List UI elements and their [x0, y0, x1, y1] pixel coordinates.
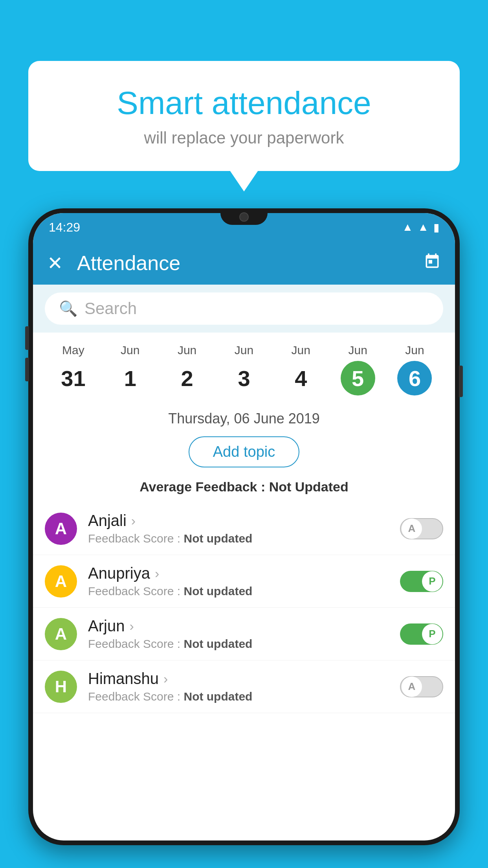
student-name: Himanshu: [88, 670, 159, 688]
student-feedback: Feedback Score : Not updated: [88, 532, 400, 545]
student-info: Himanshu›Feedback Score : Not updated: [88, 670, 400, 703]
phone-frame: 14:29 ▲ ▲ ▮ ✕ Attendance: [28, 208, 460, 845]
add-topic-container: Add topic: [33, 432, 455, 474]
app-bar-title: Attendance: [77, 251, 424, 275]
selected-date-label: Thursday, 06 June 2019: [33, 403, 455, 432]
average-feedback: Average Feedback : Not Updated: [33, 474, 455, 502]
student-item[interactable]: HHimanshu›Feedback Score : Not updatedA: [33, 660, 455, 713]
toggle-wrapper[interactable]: A: [400, 676, 443, 697]
attendance-toggle[interactable]: A: [400, 676, 443, 697]
front-camera: [239, 212, 249, 222]
student-item[interactable]: AArjun›Feedback Score : Not updatedP: [33, 608, 455, 660]
student-item[interactable]: AAnupriya›Feedback Score : Not updatedP: [33, 555, 455, 608]
calendar-day[interactable]: Jun6: [397, 344, 432, 395]
toggle-knob: A: [402, 677, 422, 697]
bubble-subtitle: will replace your paperwork: [52, 129, 436, 147]
attendance-toggle[interactable]: P: [400, 571, 443, 592]
status-icons: ▲ ▲ ▮: [402, 221, 439, 234]
phone-screen: 14:29 ▲ ▲ ▮ ✕ Attendance: [33, 213, 455, 840]
calendar-day[interactable]: Jun5: [341, 344, 375, 395]
bubble-title: Smart attendance: [52, 85, 436, 121]
student-info: Anupriya›Feedback Score : Not updated: [88, 565, 400, 598]
volume-down-button[interactable]: [25, 358, 29, 381]
student-feedback: Feedback Score : Not updated: [88, 585, 400, 598]
student-avatar: A: [45, 513, 77, 545]
search-bar[interactable]: 🔍 Search: [45, 292, 443, 325]
student-info: Anjali›Feedback Score : Not updated: [88, 512, 400, 545]
calendar-day[interactable]: Jun3: [227, 344, 261, 395]
phone-wrapper: 14:29 ▲ ▲ ▮ ✕ Attendance: [28, 208, 460, 868]
calendar-day[interactable]: May31: [56, 344, 90, 395]
status-time: 14:29: [49, 220, 80, 235]
cal-month-label: Jun: [348, 344, 367, 357]
attendance-toggle[interactable]: P: [400, 623, 443, 645]
cal-date-number: 6: [397, 361, 432, 395]
toggle-knob: P: [422, 624, 442, 644]
chevron-right-icon: ›: [129, 618, 134, 634]
calendar-day[interactable]: Jun1: [113, 344, 147, 395]
student-name: Arjun: [88, 617, 125, 635]
speech-bubble-wrapper: Smart attendance will replace your paper…: [28, 61, 460, 171]
toggle-knob: P: [422, 571, 442, 592]
student-name: Anupriya: [88, 565, 150, 582]
student-feedback: Feedback Score : Not updated: [88, 690, 400, 703]
cal-date-number: 2: [170, 361, 204, 395]
cal-month-label: Jun: [121, 344, 139, 357]
cal-date-number: 4: [284, 361, 318, 395]
cal-month-label: May: [62, 344, 84, 357]
chevron-right-icon: ›: [131, 513, 136, 528]
toggle-wrapper[interactable]: P: [400, 571, 443, 592]
cal-date-number: 3: [227, 361, 261, 395]
cal-month-label: Jun: [292, 344, 310, 357]
toggle-wrapper[interactable]: A: [400, 518, 443, 539]
volume-up-button[interactable]: [25, 326, 29, 350]
cal-date-number: 5: [341, 361, 375, 395]
search-icon: 🔍: [59, 300, 77, 317]
student-list: AAnjali›Feedback Score : Not updatedAAAn…: [33, 502, 455, 713]
calendar-icon[interactable]: [424, 253, 441, 274]
search-container: 🔍 Search: [33, 285, 455, 333]
power-button[interactable]: [459, 366, 463, 397]
attendance-toggle[interactable]: A: [400, 518, 443, 539]
speech-bubble: Smart attendance will replace your paper…: [28, 61, 460, 171]
battery-icon: ▮: [433, 221, 439, 234]
cal-month-label: Jun: [235, 344, 253, 357]
student-avatar: H: [45, 671, 77, 703]
chevron-right-icon: ›: [155, 566, 159, 581]
chevron-right-icon: ›: [163, 671, 168, 686]
student-name: Anjali: [88, 512, 127, 530]
cal-month-label: Jun: [405, 344, 424, 357]
calendar-day[interactable]: Jun4: [284, 344, 318, 395]
search-placeholder: Search: [84, 299, 137, 318]
app-bar: ✕ Attendance: [33, 241, 455, 285]
toggle-wrapper[interactable]: P: [400, 623, 443, 645]
toggle-knob: A: [402, 519, 422, 539]
calendar-strip: May31Jun1Jun2Jun3Jun4Jun5Jun6: [33, 333, 455, 403]
cal-month-label: Jun: [178, 344, 196, 357]
phone-notch: [220, 208, 268, 225]
cal-date-number: 31: [56, 361, 90, 395]
close-button[interactable]: ✕: [47, 252, 63, 274]
calendar-day[interactable]: Jun2: [170, 344, 204, 395]
student-info: Arjun›Feedback Score : Not updated: [88, 617, 400, 651]
student-avatar: A: [45, 565, 77, 598]
student-feedback: Feedback Score : Not updated: [88, 637, 400, 651]
avg-feedback-value: Not Updated: [269, 479, 349, 494]
student-avatar: A: [45, 618, 77, 650]
student-item[interactable]: AAnjali›Feedback Score : Not updatedA: [33, 502, 455, 555]
signal-icon: ▲: [418, 221, 429, 234]
avg-feedback-label: Average Feedback :: [139, 479, 265, 494]
wifi-icon: ▲: [402, 221, 413, 234]
add-topic-button[interactable]: Add topic: [189, 436, 299, 467]
cal-date-number: 1: [113, 361, 147, 395]
